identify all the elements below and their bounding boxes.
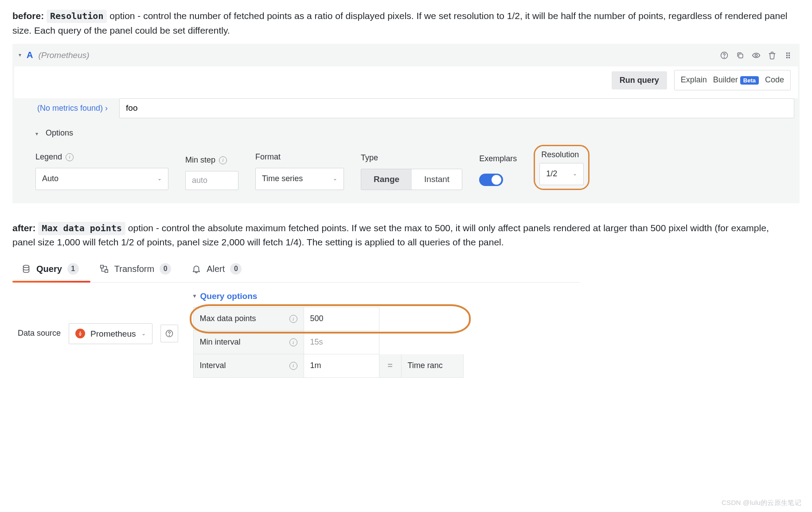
collapse-chevron-icon[interactable]: ▾ [19,51,21,59]
query-datasource: (Prometheus) [38,49,89,62]
query-options-section: ▾ Query options Max data points i 500 Mi… [193,290,464,378]
metrics-browser-button[interactable]: (No metrics found) › [30,98,115,118]
resolution-option: Resolution 1/2⌄ [534,145,589,190]
format-select[interactable]: Time series⌄ [255,168,344,190]
panel-tabs: Query 1 Transform 0 Alert 0 [12,256,580,283]
resolution-select[interactable]: 1/2⌄ [539,163,584,185]
options-row: Legendi Auto⌄ Min stepi Format Time seri… [12,145,800,203]
legend-select[interactable]: Auto⌄ [35,168,168,190]
chevron-down-icon: ⌄ [573,170,577,178]
svg-point-3 [755,54,757,56]
after-label: after: [12,223,36,233]
svg-rect-2 [739,54,743,58]
metric-row: (No metrics found) › [12,98,800,125]
transform-count-badge: 0 [160,263,171,275]
datasource-label: Data source [18,327,61,340]
svg-rect-12 [105,270,108,272]
query-letter[interactable]: A [27,48,33,62]
help-icon[interactable] [720,51,729,60]
datasource-row: Data source Prometheus ⌄ ▾ Query options… [12,283,580,380]
max-data-points-input[interactable]: 500 [304,307,379,331]
svg-point-6 [786,55,787,56]
panel-editor: Query 1 Transform 0 Alert 0 Data source … [12,256,580,380]
database-icon [21,264,31,274]
explain-mode[interactable]: Explain [681,74,707,86]
prometheus-logo-icon [75,329,85,338]
chevron-down-icon: ⌄ [141,330,146,338]
bell-icon [191,264,201,274]
query-editor-panel: ▾ A (Prometheus) Run query Explain Build… [12,44,800,203]
svg-point-7 [789,55,789,56]
datasource-picker[interactable]: Prometheus ⌄ [69,323,152,344]
query-header-row: ▾ A (Prometheus) [12,44,800,66]
duplicate-icon[interactable] [736,51,745,60]
legend-option: Legendi Auto⌄ [35,151,168,190]
tab-alert[interactable]: Alert 0 [183,256,253,282]
run-query-button[interactable]: Run query [612,71,667,89]
info-icon[interactable]: i [66,153,74,161]
after-code: Max data points [38,222,125,235]
interval-equals: = [379,354,402,378]
options-toggle[interactable]: ▾ Options [12,125,800,145]
svg-point-1 [724,57,725,57]
before-paragraph: before: Resolution option - control the … [12,9,788,38]
info-icon[interactable]: i [289,338,297,346]
before-label: before: [12,11,44,21]
drag-handle-icon[interactable] [784,51,792,60]
format-option: Format Time series⌄ [255,151,344,190]
minstep-option: Min stepi [185,154,238,190]
chevron-down-icon: ⌄ [157,175,162,183]
min-interval-input[interactable]: 15s [304,331,379,354]
range-button[interactable]: Range [361,169,412,190]
builder-mode[interactable]: Builder Beta [713,74,759,86]
chevron-down-icon: ⌄ [333,175,337,183]
instant-button[interactable]: Instant [412,169,462,190]
interval-formula: Time ranc [402,354,464,378]
type-option: Type Range Instant [361,152,462,190]
svg-point-10 [23,265,29,268]
chevron-down-icon: ▾ [193,292,196,300]
before-code: Resolution [47,10,107,23]
chevron-down-icon: ▾ [35,131,38,137]
editor-mode-switch: Explain Builder Beta Code [674,70,791,90]
tab-transform[interactable]: Transform 0 [90,256,183,282]
datasource-help-button[interactable] [160,325,178,342]
tab-query[interactable]: Query 1 [12,256,90,282]
after-paragraph: after: Max data points option - control … [12,221,788,250]
info-icon[interactable]: i [219,156,227,164]
alert-count-badge: 0 [230,263,242,275]
highlight-circle: Resolution 1/2⌄ [534,145,589,190]
beta-badge: Beta [740,76,759,85]
min-interval-row: Min interval i 15s [193,331,464,354]
info-icon[interactable]: i [289,362,297,370]
svg-point-14 [169,335,169,336]
after-text: option - control the absolute maximum fe… [12,223,769,248]
query-count-badge: 1 [67,263,79,275]
max-data-points-row: Max data points i 500 [193,307,464,331]
exemplars-option: Exemplars [479,153,517,190]
query-toolbar: Run query Explain Builder Beta Code [14,66,798,98]
svg-point-4 [786,53,787,54]
svg-point-9 [789,57,789,58]
svg-point-5 [789,53,789,54]
interval-row: Interval i 1m = Time ranc [193,354,464,378]
before-text: option - control the number of fetched p… [12,11,788,35]
code-mode[interactable]: Code [765,74,784,86]
query-options-table: Max data points i 500 Min interval i 15s [193,307,464,378]
promql-input[interactable] [119,98,794,118]
svg-rect-11 [101,265,103,268]
interval-value: 1m [304,354,379,378]
query-options-toggle[interactable]: ▾ Query options [193,290,464,303]
eye-icon[interactable] [752,51,761,60]
type-segment: Range Instant [361,169,462,190]
info-icon[interactable]: i [289,315,297,323]
trash-icon[interactable] [768,51,777,60]
transform-icon [99,264,109,274]
svg-point-8 [786,57,787,58]
exemplars-toggle[interactable] [479,174,503,186]
minstep-input[interactable] [185,171,238,190]
